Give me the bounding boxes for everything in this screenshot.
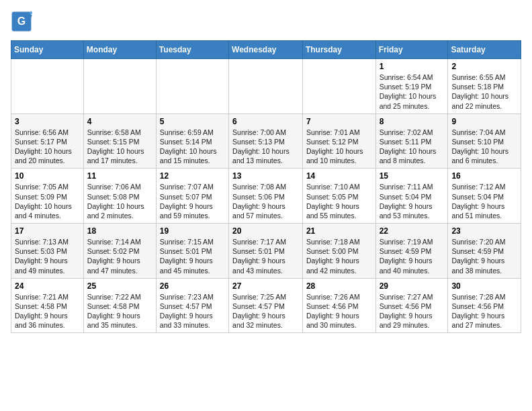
day-info: Sunrise: 6:58 AM Sunset: 5:15 PM Dayligh… [87, 128, 152, 166]
weekday-header-thursday: Thursday [302, 41, 375, 59]
day-cell: 2Sunrise: 6:55 AM Sunset: 5:18 PM Daylig… [448, 59, 521, 114]
day-info: Sunrise: 7:20 AM Sunset: 4:59 PM Dayligh… [451, 237, 517, 275]
day-number: 27 [232, 281, 299, 291]
day-number: 6 [232, 117, 299, 126]
day-cell [11, 59, 84, 114]
day-info: Sunrise: 6:56 AM Sunset: 5:17 PM Dayligh… [15, 128, 80, 166]
weekday-header-sunday: Sunday [11, 41, 84, 59]
day-cell: 30Sunrise: 7:28 AM Sunset: 4:56 PM Dayli… [448, 278, 521, 333]
day-number: 28 [306, 281, 372, 291]
weekday-header-row: SundayMondayTuesdayWednesdayThursdayFrid… [11, 41, 521, 59]
day-number: 17 [15, 226, 80, 236]
day-cell: 5Sunrise: 6:59 AM Sunset: 5:14 PM Daylig… [156, 113, 228, 169]
day-info: Sunrise: 7:05 AM Sunset: 5:09 PM Dayligh… [15, 182, 80, 220]
day-number: 20 [232, 226, 299, 236]
day-cell: 8Sunrise: 7:02 AM Sunset: 5:11 PM Daylig… [375, 113, 448, 169]
page-header: G [11, 11, 521, 32]
day-number: 1 [380, 62, 445, 71]
day-info: Sunrise: 7:08 AM Sunset: 5:06 PM Dayligh… [232, 182, 299, 220]
week-row-3: 10Sunrise: 7:05 AM Sunset: 5:09 PM Dayli… [11, 169, 521, 224]
logo: G [11, 11, 36, 32]
day-number: 26 [160, 281, 225, 291]
day-info: Sunrise: 7:22 AM Sunset: 4:58 PM Dayligh… [87, 292, 152, 330]
week-row-5: 24Sunrise: 7:21 AM Sunset: 4:58 PM Dayli… [11, 278, 521, 333]
day-number: 16 [451, 171, 517, 181]
weekday-header-saturday: Saturday [448, 41, 521, 59]
day-info: Sunrise: 7:02 AM Sunset: 5:11 PM Dayligh… [380, 128, 445, 166]
day-number: 9 [451, 117, 517, 126]
day-cell: 14Sunrise: 7:10 AM Sunset: 5:05 PM Dayli… [302, 169, 375, 224]
weekday-header-tuesday: Tuesday [156, 41, 228, 59]
day-cell: 20Sunrise: 7:17 AM Sunset: 5:01 PM Dayli… [229, 224, 303, 279]
day-info: Sunrise: 7:06 AM Sunset: 5:08 PM Dayligh… [87, 182, 152, 220]
week-row-2: 3Sunrise: 6:56 AM Sunset: 5:17 PM Daylig… [11, 113, 521, 169]
day-cell: 12Sunrise: 7:07 AM Sunset: 5:07 PM Dayli… [156, 169, 228, 224]
day-cell: 28Sunrise: 7:26 AM Sunset: 4:56 PM Dayli… [302, 278, 375, 333]
day-info: Sunrise: 7:18 AM Sunset: 5:00 PM Dayligh… [306, 237, 372, 275]
day-info: Sunrise: 7:13 AM Sunset: 5:03 PM Dayligh… [15, 237, 80, 275]
day-info: Sunrise: 7:07 AM Sunset: 5:07 PM Dayligh… [160, 182, 225, 220]
day-number: 29 [380, 281, 445, 291]
day-info: Sunrise: 6:54 AM Sunset: 5:19 PM Dayligh… [380, 73, 445, 111]
day-cell: 26Sunrise: 7:23 AM Sunset: 4:57 PM Dayli… [156, 278, 228, 333]
day-info: Sunrise: 7:11 AM Sunset: 5:04 PM Dayligh… [380, 182, 445, 220]
day-info: Sunrise: 7:14 AM Sunset: 5:02 PM Dayligh… [87, 237, 152, 275]
day-number: 13 [232, 171, 299, 181]
day-cell: 6Sunrise: 7:00 AM Sunset: 5:13 PM Daylig… [229, 113, 303, 169]
svg-text:G: G [17, 15, 26, 27]
day-cell: 23Sunrise: 7:20 AM Sunset: 4:59 PM Dayli… [448, 224, 521, 279]
day-cell: 24Sunrise: 7:21 AM Sunset: 4:58 PM Dayli… [11, 278, 84, 333]
day-number: 4 [87, 117, 152, 126]
day-cell: 19Sunrise: 7:15 AM Sunset: 5:01 PM Dayli… [156, 224, 228, 279]
day-number: 12 [160, 171, 225, 181]
day-number: 23 [451, 226, 517, 236]
calendar-body: 1Sunrise: 6:54 AM Sunset: 5:19 PM Daylig… [11, 59, 521, 333]
day-number: 25 [87, 281, 152, 291]
day-cell: 16Sunrise: 7:12 AM Sunset: 5:04 PM Dayli… [448, 169, 521, 224]
day-cell: 18Sunrise: 7:14 AM Sunset: 5:02 PM Dayli… [83, 224, 156, 279]
day-cell: 29Sunrise: 7:27 AM Sunset: 4:56 PM Dayli… [375, 278, 448, 333]
day-number: 7 [306, 117, 372, 126]
day-cell: 25Sunrise: 7:22 AM Sunset: 4:58 PM Dayli… [83, 278, 156, 333]
day-info: Sunrise: 7:10 AM Sunset: 5:05 PM Dayligh… [306, 182, 372, 220]
day-number: 30 [451, 281, 517, 291]
day-number: 3 [15, 117, 80, 126]
day-number: 19 [160, 226, 225, 236]
day-cell: 15Sunrise: 7:11 AM Sunset: 5:04 PM Dayli… [375, 169, 448, 224]
day-info: Sunrise: 7:26 AM Sunset: 4:56 PM Dayligh… [306, 292, 372, 330]
day-cell: 27Sunrise: 7:25 AM Sunset: 4:57 PM Dayli… [229, 278, 303, 333]
day-info: Sunrise: 6:59 AM Sunset: 5:14 PM Dayligh… [160, 128, 225, 166]
day-number: 21 [306, 226, 372, 236]
day-number: 8 [380, 117, 445, 126]
day-cell: 11Sunrise: 7:06 AM Sunset: 5:08 PM Dayli… [83, 169, 156, 224]
week-row-1: 1Sunrise: 6:54 AM Sunset: 5:19 PM Daylig… [11, 59, 521, 114]
day-info: Sunrise: 7:28 AM Sunset: 4:56 PM Dayligh… [451, 292, 517, 330]
day-number: 5 [160, 117, 225, 126]
day-info: Sunrise: 7:19 AM Sunset: 4:59 PM Dayligh… [380, 237, 445, 275]
day-info: Sunrise: 7:25 AM Sunset: 4:57 PM Dayligh… [232, 292, 299, 330]
day-info: Sunrise: 7:17 AM Sunset: 5:01 PM Dayligh… [232, 237, 299, 275]
day-number: 22 [380, 226, 445, 236]
day-number: 10 [15, 171, 80, 181]
weekday-header-wednesday: Wednesday [229, 41, 303, 59]
day-number: 18 [87, 226, 152, 236]
day-cell: 3Sunrise: 6:56 AM Sunset: 5:17 PM Daylig… [11, 113, 84, 169]
weekday-header-monday: Monday [83, 41, 156, 59]
day-cell: 1Sunrise: 6:54 AM Sunset: 5:19 PM Daylig… [375, 59, 448, 114]
day-info: Sunrise: 7:27 AM Sunset: 4:56 PM Dayligh… [380, 292, 445, 330]
day-cell: 7Sunrise: 7:01 AM Sunset: 5:12 PM Daylig… [302, 113, 375, 169]
day-number: 15 [380, 171, 445, 181]
day-info: Sunrise: 7:21 AM Sunset: 4:58 PM Dayligh… [15, 292, 80, 330]
day-info: Sunrise: 7:12 AM Sunset: 5:04 PM Dayligh… [451, 182, 517, 220]
day-info: Sunrise: 7:01 AM Sunset: 5:12 PM Dayligh… [306, 128, 372, 166]
day-cell [229, 59, 303, 114]
day-cell: 4Sunrise: 6:58 AM Sunset: 5:15 PM Daylig… [83, 113, 156, 169]
weekday-header-friday: Friday [375, 41, 448, 59]
day-cell [156, 59, 228, 114]
day-info: Sunrise: 7:23 AM Sunset: 4:57 PM Dayligh… [160, 292, 225, 330]
day-number: 11 [87, 171, 152, 181]
day-number: 2 [451, 62, 517, 71]
day-cell [302, 59, 375, 114]
day-info: Sunrise: 7:04 AM Sunset: 5:10 PM Dayligh… [451, 128, 517, 166]
day-cell: 21Sunrise: 7:18 AM Sunset: 5:00 PM Dayli… [302, 224, 375, 279]
